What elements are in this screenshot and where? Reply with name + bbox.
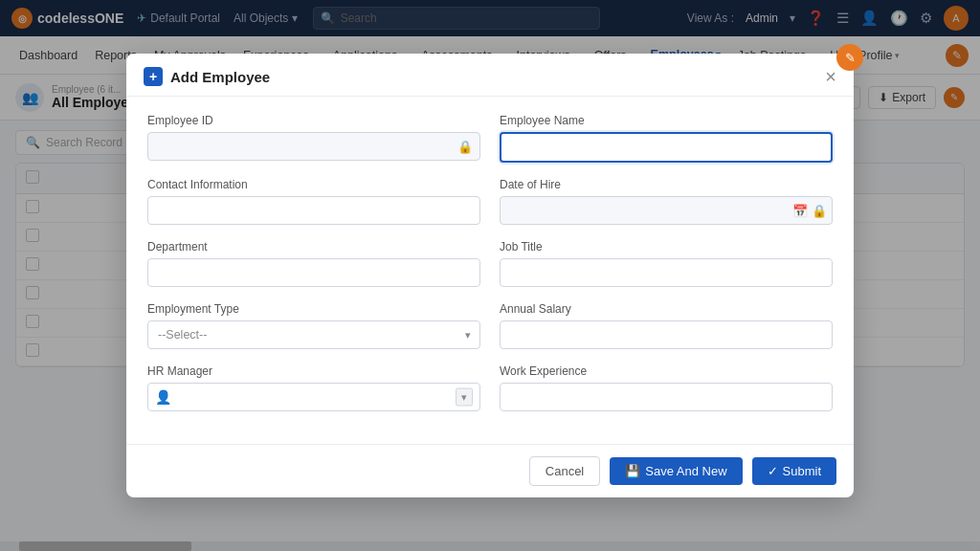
hr-manager-dropdown-icon[interactable]: ▾ xyxy=(456,388,473,407)
calendar-icon[interactable]: 📅 xyxy=(792,204,808,218)
job-title-input[interactable] xyxy=(500,258,833,287)
modal-header: + Add Employee × xyxy=(126,54,854,97)
form-row-5: HR Manager 👤 ▾ Work Experience xyxy=(147,364,833,411)
annual-salary-input[interactable] xyxy=(500,320,833,349)
department-label: Department xyxy=(147,240,480,253)
field-contact-info: Contact Information xyxy=(147,178,480,225)
modal-overlay: ✎ + Add Employee × Employee ID 🔒 Employe… xyxy=(0,0,980,551)
field-employment-type: Employment Type --Select-- ▾ xyxy=(147,302,480,349)
save-new-label: Save And New xyxy=(645,464,726,478)
submit-label: Submit xyxy=(783,464,821,478)
field-job-title: Job Title xyxy=(500,240,833,287)
contact-info-label: Contact Information xyxy=(147,178,480,191)
employee-id-input[interactable] xyxy=(147,132,480,161)
modal-body: Employee ID 🔒 Employee Name Contact Info… xyxy=(126,97,854,444)
employee-id-lock-icon: 🔒 xyxy=(457,140,473,154)
save-new-icon: 💾 xyxy=(625,464,640,478)
form-row-2: Contact Information Date of Hire 📅 🔒 xyxy=(147,178,833,225)
form-row-1: Employee ID 🔒 Employee Name xyxy=(147,114,833,163)
employee-name-input[interactable] xyxy=(500,132,833,163)
hr-manager-input-wrap: 👤 ▾ xyxy=(147,383,480,411)
department-input[interactable] xyxy=(147,258,480,287)
modal-title: Add Employee xyxy=(170,69,270,85)
cancel-button[interactable]: Cancel xyxy=(529,456,600,486)
field-employee-id: Employee ID 🔒 xyxy=(147,114,480,163)
save-and-new-button[interactable]: 💾 Save And New xyxy=(610,457,742,485)
modal-edit-badge[interactable]: ✎ xyxy=(836,44,863,71)
field-hr-manager: HR Manager 👤 ▾ xyxy=(147,364,480,411)
date-of-hire-input[interactable] xyxy=(500,196,833,225)
form-row-4: Employment Type --Select-- ▾ Annual Sala… xyxy=(147,302,833,349)
modal-close-button[interactable]: × xyxy=(825,67,836,86)
work-experience-label: Work Experience xyxy=(500,364,833,378)
employee-id-label: Employee ID xyxy=(147,114,480,127)
date-icons: 📅 🔒 xyxy=(792,204,827,218)
field-date-of-hire: Date of Hire 📅 🔒 xyxy=(500,178,833,225)
field-employee-name: Employee Name xyxy=(500,114,833,163)
annual-salary-label: Annual Salary xyxy=(500,302,833,316)
hr-manager-input[interactable] xyxy=(147,383,480,411)
employment-type-select[interactable]: --Select-- xyxy=(147,320,480,349)
field-work-experience: Work Experience xyxy=(500,364,833,411)
date-input-wrap: 📅 🔒 xyxy=(500,196,833,225)
employment-type-label: Employment Type xyxy=(147,302,480,316)
employee-id-input-wrap: 🔒 xyxy=(147,132,480,161)
contact-info-input[interactable] xyxy=(147,196,480,225)
date-of-hire-label: Date of Hire xyxy=(500,178,833,191)
job-title-label: Job Title xyxy=(500,240,833,253)
hr-manager-label: HR Manager xyxy=(147,364,480,378)
modal-plus-icon: + xyxy=(144,67,163,86)
employment-type-select-wrap: --Select-- ▾ xyxy=(147,320,480,349)
field-department: Department xyxy=(147,240,480,287)
hr-manager-avatar-icon: 👤 xyxy=(155,389,171,405)
work-experience-input[interactable] xyxy=(500,383,833,411)
add-employee-modal: ✎ + Add Employee × Employee ID 🔒 Employe… xyxy=(126,54,854,497)
form-row-3: Department Job Title xyxy=(147,240,833,287)
submit-button[interactable]: ✓ Submit xyxy=(752,457,836,485)
submit-checkmark-icon: ✓ xyxy=(768,464,778,478)
modal-footer: Cancel 💾 Save And New ✓ Submit xyxy=(126,444,854,497)
field-annual-salary: Annual Salary xyxy=(500,302,833,349)
date-lock-icon: 🔒 xyxy=(812,204,827,218)
employee-name-label: Employee Name xyxy=(500,114,833,127)
